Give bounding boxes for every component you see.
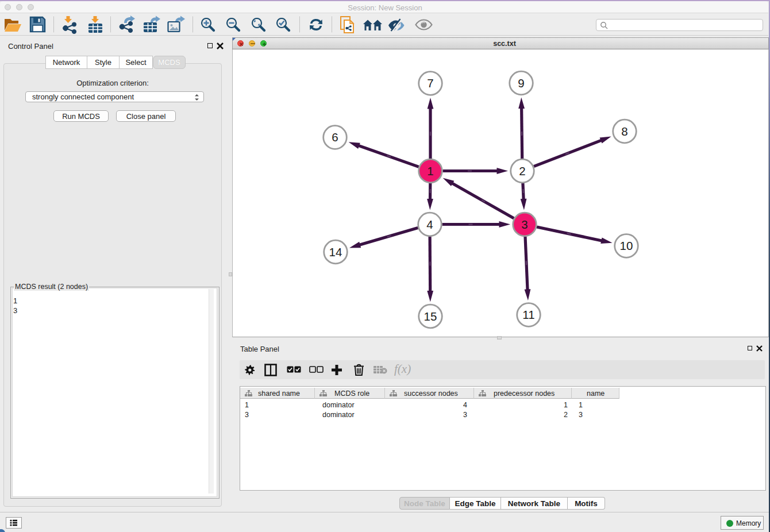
- svg-text:10: 10: [620, 239, 633, 252]
- svg-text:7: 7: [427, 76, 433, 90]
- svg-text:6: 6: [332, 130, 338, 144]
- svg-text:4: 4: [426, 218, 433, 231]
- svg-text:1: 1: [427, 164, 433, 178]
- svg-text:9: 9: [518, 76, 524, 90]
- svg-text:8: 8: [621, 125, 627, 138]
- svg-text:2: 2: [519, 164, 525, 178]
- svg-text:11: 11: [522, 308, 534, 321]
- svg-text:14: 14: [329, 245, 342, 259]
- svg-text:15: 15: [424, 310, 437, 323]
- svg-text:3: 3: [521, 218, 528, 231]
